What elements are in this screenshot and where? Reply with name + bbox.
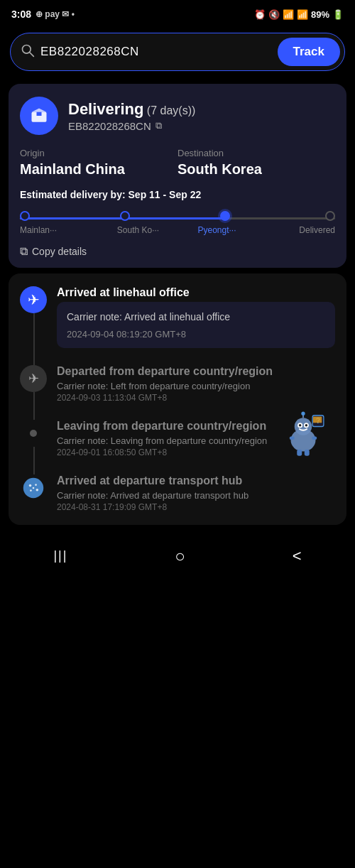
- svg-rect-19: [313, 416, 322, 423]
- package-icon: [20, 97, 58, 135]
- signal-icon: 📶: [297, 9, 308, 20]
- package-days: (7 day(s)): [147, 104, 195, 116]
- progress-label-4: Delivered: [256, 225, 335, 235]
- menu-button[interactable]: |||: [36, 543, 84, 569]
- status-left: 3:08 ⊕ pay ✉ •: [11, 9, 75, 20]
- package-header: Delivering (7 day(s)) EB822028268CN ⧉: [20, 97, 335, 135]
- tl-icon-3: [30, 430, 37, 437]
- progress-label-2: South Ko···: [99, 225, 178, 235]
- tl-content-2: Departed from departure country/region C…: [57, 365, 335, 403]
- tl-content-4: Arrived at departure transport hub Carri…: [57, 474, 335, 512]
- back-button[interactable]: <: [275, 541, 319, 571]
- package-status: Delivering: [68, 100, 143, 118]
- svg-point-12: [301, 411, 305, 415]
- progress-wrap: [20, 209, 335, 221]
- progress-dots: [20, 211, 335, 221]
- status-bar: 3:08 ⊕ pay ✉ • ⏰ 🔇 📶 📶 89% 🔋: [0, 0, 355, 26]
- estimated-delivery: Estimated delivery by: Sep 11 - Sep 22: [20, 189, 335, 200]
- status-icons: ⊕ pay ✉ •: [36, 9, 75, 19]
- search-bar-section: EB822028268CN Track: [0, 26, 355, 78]
- bottom-nav: ||| ○ <: [0, 531, 355, 586]
- svg-point-24: [30, 489, 32, 492]
- destination-col: Destination South Korea: [178, 148, 335, 178]
- svg-rect-13: [297, 449, 302, 455]
- package-status-line: Delivering (7 day(s)): [68, 100, 195, 119]
- home-button[interactable]: ○: [158, 541, 202, 572]
- tl-card-note-1: Carrier note: Arrived at linehual office: [67, 310, 325, 325]
- tl-title-1: Arrived at linehaul office: [57, 286, 335, 299]
- tl-title-2: Departed from departure country/region: [57, 365, 335, 378]
- tl-icon-2: ✈: [20, 365, 47, 392]
- package-id: EB822028268CN: [68, 120, 151, 132]
- track-button[interactable]: Track: [278, 38, 340, 66]
- tl-icon-4: [20, 474, 47, 501]
- robot-mascot: ?: [278, 409, 328, 465]
- svg-marker-3: [32, 109, 47, 112]
- tl-card-1: Carrier note: Arrived at linehual office…: [57, 302, 335, 348]
- svg-point-10: [305, 424, 308, 427]
- status-right: ⏰ 🔇 📶 📶 89% 🔋: [254, 9, 344, 20]
- svg-rect-16: [312, 436, 317, 439]
- tl-time-2: 2024-09-03 11:13:04 GMT+8: [57, 393, 335, 403]
- svg-line-1: [30, 52, 34, 56]
- progress-label-1: Mainlan···: [20, 225, 99, 235]
- search-icon: [21, 43, 35, 61]
- timeline-item-1: ✈ Arrived at linehaul office Carrier not…: [20, 286, 335, 348]
- progress-labels: Mainlan··· South Ko··· Pyeongt··· Delive…: [20, 225, 335, 235]
- status-time: 3:08: [11, 9, 31, 20]
- copy-details-label: Copy details: [32, 246, 87, 257]
- svg-rect-15: [290, 436, 295, 439]
- search-bar: EB822028268CN Track: [10, 33, 345, 71]
- tl-time-4: 2024-08-31 17:19:09 GMT+8: [57, 502, 335, 512]
- battery-icon: 🔋: [332, 9, 344, 20]
- origin-label: Origin: [20, 148, 178, 158]
- mute-icon: 🔇: [268, 9, 280, 20]
- tl-note-4: Carrier note: Arrived at departure trans…: [57, 490, 335, 501]
- progress-dot-4: [325, 211, 335, 221]
- svg-point-6: [295, 418, 312, 435]
- destination-value: South Korea: [178, 161, 335, 178]
- timeline-item-4: Arrived at departure transport hub Carri…: [20, 474, 335, 512]
- package-card: Delivering (7 day(s)) EB822028268CN ⧉ Or…: [9, 84, 346, 268]
- tl-icon-1: ✈: [20, 286, 47, 313]
- svg-rect-14: [305, 449, 310, 455]
- tl-content-1: Arrived at linehaul office Carrier note:…: [57, 286, 335, 348]
- wifi-icon: 📶: [283, 9, 294, 20]
- route-row: Origin Mainland China Destination South …: [20, 148, 335, 178]
- tracking-number-display[interactable]: EB822028268CN: [40, 45, 272, 59]
- svg-point-21: [29, 484, 32, 487]
- origin-col: Origin Mainland China: [20, 148, 178, 178]
- timeline-item-3: Leaving from departure country/region Ca…: [20, 420, 335, 457]
- svg-rect-4: [37, 112, 42, 116]
- svg-point-23: [36, 488, 39, 491]
- copy-details-row[interactable]: ⧉ Copy details: [20, 245, 335, 258]
- progress-label-3: Pyeongt···: [178, 225, 256, 235]
- tl-content-3: Leaving from departure country/region Ca…: [57, 420, 335, 457]
- svg-point-22: [35, 484, 37, 486]
- alarm-icon: ⏰: [254, 9, 266, 20]
- package-title-wrap: Delivering (7 day(s)) EB822028268CN ⧉: [68, 100, 195, 132]
- origin-value: Mainland China: [20, 161, 178, 178]
- svg-point-9: [299, 424, 302, 427]
- battery-percent: 89%: [311, 9, 329, 20]
- id-copy-icon[interactable]: ⧉: [155, 120, 162, 131]
- tl-card-time-1: 2024-09-04 08:19:20 GMT+8: [67, 329, 325, 340]
- copy-details-icon: ⧉: [20, 245, 28, 258]
- timeline-section: ✈ Arrived at linehaul office Carrier not…: [9, 273, 346, 525]
- progress-dot-1: [20, 211, 30, 221]
- destination-label: Destination: [178, 148, 335, 158]
- svg-point-25: [33, 487, 35, 489]
- progress-dot-3: [220, 211, 230, 221]
- timeline-item-2: ✈ Departed from departure country/region…: [20, 365, 335, 403]
- tl-note-2: Carrier note: Left from departure countr…: [57, 381, 335, 391]
- tl-title-4: Arrived at departure transport hub: [57, 474, 335, 487]
- progress-dot-2: [120, 211, 130, 221]
- package-id-row: EB822028268CN ⧉: [68, 120, 195, 132]
